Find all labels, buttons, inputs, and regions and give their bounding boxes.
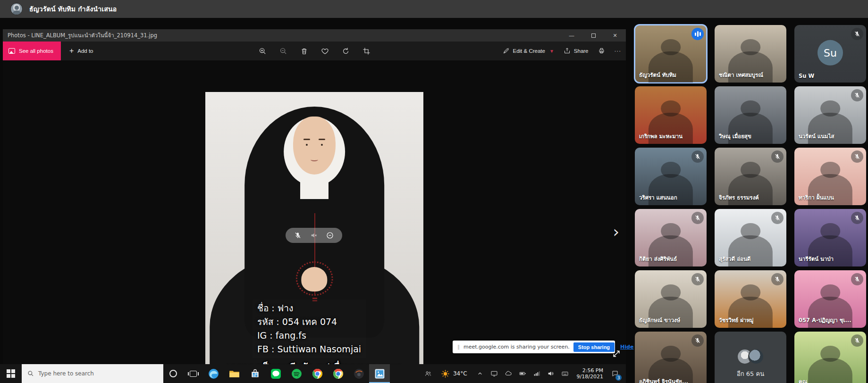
participant-name: วริศรา แสนนอก: [639, 193, 677, 202]
participant-name: นารีรัตน์ นาป่า: [799, 255, 834, 263]
share-banner-text: meet.google.com is sharing your screen.: [463, 344, 570, 350]
participant-tile[interactable]: อภิชินทร์ จิรนันชัย...: [635, 332, 707, 383]
crop-button[interactable]: [359, 44, 373, 58]
meet-floating-controls[interactable]: [286, 228, 342, 243]
minimize-button[interactable]: —: [561, 29, 582, 42]
print-button[interactable]: [598, 47, 605, 55]
action-center-button[interactable]: 3: [608, 364, 622, 383]
taskbar-clock[interactable]: 2:56 PM 9/18/2021: [572, 367, 608, 380]
participant-tile[interactable]: จิรภัทร ธรรมรงค์: [715, 148, 786, 205]
taskbar-app-edge[interactable]: [203, 364, 224, 383]
stacked-avatars: [737, 349, 764, 365]
add-to-button[interactable]: + Add to: [69, 47, 93, 55]
audio-indicator-icon: [691, 28, 704, 40]
participant-tile[interactable]: นวรัตน์ แนมไส: [794, 86, 866, 144]
battery-icon[interactable]: [515, 364, 530, 383]
share-button[interactable]: Share: [564, 47, 589, 55]
taskbar-app-microsoft-store[interactable]: [244, 364, 265, 383]
remove-circle-icon[interactable]: [326, 232, 334, 239]
volume-icon[interactable]: [544, 364, 558, 383]
participant-name: เกริกพล มะหะมาน: [639, 132, 683, 141]
mic-off-icon: [851, 89, 863, 101]
display-icon[interactable]: [487, 364, 501, 383]
participant-name: คุณ: [799, 377, 807, 383]
participant-name: กิติยา ส่งศิริพันธ์: [639, 255, 677, 263]
plus-icon: +: [69, 47, 74, 55]
participant-name: วิษณุ เมื่อยสุข: [719, 132, 751, 141]
participant-tile[interactable]: นารีรัตน์ นาป่า: [794, 209, 866, 266]
video-silhouette: [808, 358, 852, 383]
mic-off-icon: [851, 212, 863, 224]
cortana-button[interactable]: [163, 364, 183, 383]
participant-tile[interactable]: SuSu W: [794, 25, 866, 83]
taskbar-app-dark-app[interactable]: [348, 364, 369, 383]
people-icon[interactable]: [421, 364, 435, 383]
participant-tile[interactable]: วิษณุ เมื่อยสุข: [715, 86, 786, 144]
notification-badge: 3: [615, 375, 622, 381]
taskbar-app-chrome[interactable]: [307, 364, 328, 383]
presenting-banner: ธัญวรัตน์ ทับทิม กำลังนำเสนอ: [0, 0, 868, 18]
share-icon: [564, 47, 571, 55]
weather-widget[interactable]: 34°C: [435, 369, 473, 378]
participant-tile[interactable]: ธัญวรัตน์ ทับทิม: [635, 25, 707, 83]
taskbar-app-browser[interactable]: [328, 364, 348, 383]
participant-tile[interactable]: สุรัสวดี อ่อนดี: [715, 209, 786, 266]
mic-off-icon: [771, 273, 784, 285]
zoom-out-button[interactable]: [276, 44, 290, 58]
clock-date: 9/18/2021: [577, 374, 603, 380]
tray-icons: [473, 364, 572, 383]
taskbar-search[interactable]: Type here to search: [22, 364, 163, 383]
participant-name: นวรัตน์ แนมไส: [799, 132, 834, 141]
participant-tile[interactable]: ธัญลักษณ์ ขาวงษ์: [635, 270, 707, 328]
temperature: 34°C: [453, 370, 467, 377]
participant-tile[interactable]: ชณิตา เทศสมบูรณ์: [715, 25, 786, 83]
participant-name: ชณิตา เทศสมบูรณ์: [719, 71, 763, 79]
mic-off-icon: [691, 212, 704, 224]
start-button[interactable]: [0, 364, 22, 383]
favorite-button[interactable]: [318, 44, 332, 58]
zoom-in-button[interactable]: [255, 44, 270, 58]
avatar: Su: [817, 40, 843, 66]
taskbar-app-file-explorer[interactable]: [224, 364, 244, 383]
volume-off-icon[interactable]: [310, 232, 318, 239]
onedrive-cloud-icon[interactable]: [501, 364, 515, 383]
participant-tile[interactable]: กิติยา ส่งศิริพันธ์: [635, 209, 707, 266]
participant-tile[interactable]: คุณ: [794, 332, 866, 383]
participant-tile[interactable]: วัชรวิทย์ ฝาหมู่: [715, 270, 786, 328]
maximize-button[interactable]: [582, 29, 604, 42]
photos-toolbar: See all photos + Add to Edit & Create ▼ …: [3, 42, 626, 60]
touch-keyboard-icon[interactable]: [558, 364, 572, 383]
more-participants-tile[interactable]: อีก 65 คน: [715, 332, 786, 383]
photo-info-line: รหัส : 054 เทค 074: [257, 315, 361, 329]
drag-handle-icon[interactable]: ‖: [457, 344, 460, 350]
participant-tile[interactable]: 057 A-ปฏิญญา ชุเ...: [794, 270, 866, 328]
see-all-photos-button[interactable]: See all photos: [3, 42, 61, 60]
participant-tile[interactable]: วริศรา แสนนอก: [635, 148, 707, 205]
network-icon[interactable]: [530, 364, 544, 383]
taskbar-app-line[interactable]: [265, 364, 286, 383]
nun-hands: [301, 267, 327, 291]
mic-off-icon: [851, 150, 863, 163]
close-button[interactable]: ✕: [604, 29, 626, 42]
participant-tile[interactable]: ทาริกา ฝั้นแบน: [794, 148, 866, 205]
photo-info-line: IG : fang.fs: [257, 329, 361, 342]
participant-tile[interactable]: เกริกพล มะหะมาน: [635, 86, 707, 144]
taskbar-app-spotify[interactable]: [286, 364, 307, 383]
rotate-button[interactable]: [338, 44, 353, 58]
mic-off-icon: [691, 334, 704, 347]
mic-off-icon[interactable]: [294, 232, 302, 239]
chevron-up-icon[interactable]: [473, 364, 487, 383]
delete-button[interactable]: [297, 44, 311, 58]
next-photo-arrow[interactable]: ›: [613, 224, 619, 240]
participant-name: อภิชินทร์ จิรนันชัย...: [639, 377, 688, 383]
task-view-button[interactable]: [183, 364, 203, 383]
screen: ธัญวรัตน์ ทับทิม กำลังนำเสนอ Photos - LI…: [0, 0, 868, 383]
more-options-button[interactable]: ···: [615, 48, 622, 54]
presenter-avatar: [10, 3, 23, 15]
hide-banner-link[interactable]: Hide: [618, 344, 633, 350]
mic-off-icon: [851, 273, 863, 285]
stop-sharing-button[interactable]: Stop sharing: [573, 342, 615, 352]
taskbar-app-photos[interactable]: [369, 364, 390, 383]
participant-name: Su W: [799, 73, 814, 79]
edit-create-button[interactable]: Edit & Create ▼: [503, 47, 554, 55]
